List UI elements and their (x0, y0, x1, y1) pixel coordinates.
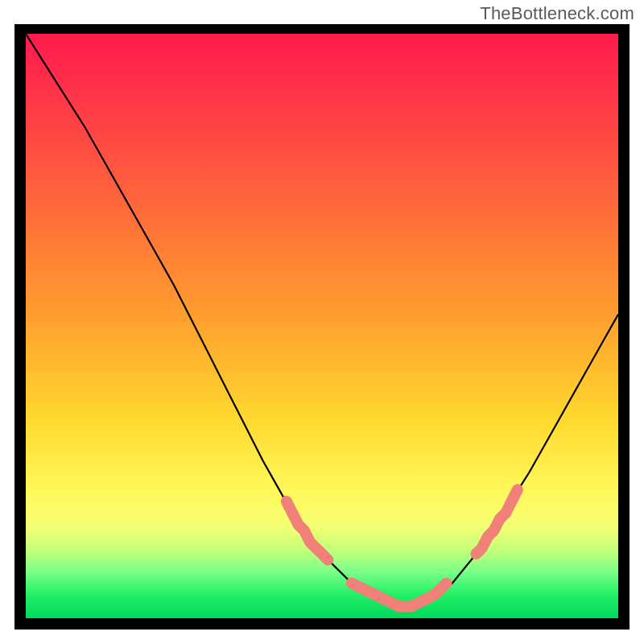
bottleneck-curve (26, 34, 618, 607)
chart-frame (14, 24, 630, 630)
highlight-group (287, 489, 518, 606)
highlight-segment-2 (476, 489, 518, 554)
watermark-text: TheBottleneck.com (480, 3, 634, 24)
highlight-segment-1 (352, 583, 447, 606)
chart-stage: TheBottleneck.com (0, 0, 644, 644)
chart-plot-area (26, 34, 618, 618)
highlight-segment-0 (287, 502, 328, 560)
chart-overlay (26, 34, 618, 618)
